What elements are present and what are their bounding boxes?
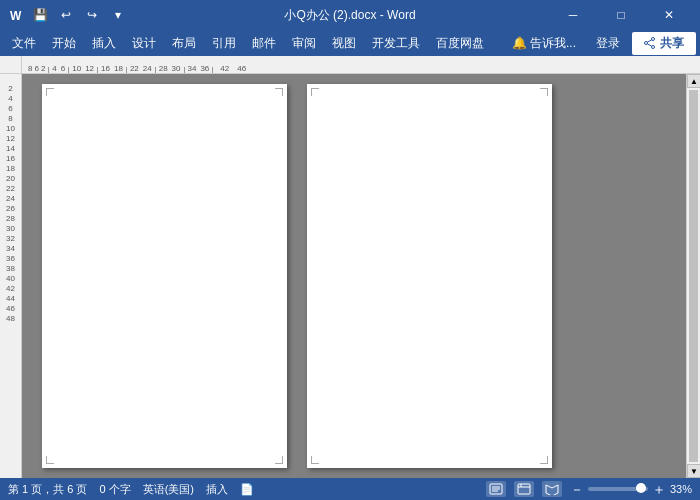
zoom-bar: － ＋ 33%	[570, 482, 692, 496]
menu-references[interactable]: 引用	[204, 32, 244, 55]
share-button[interactable]: 共享	[632, 32, 696, 55]
title-bar-left: W 💾 ↩ ↪ ▾	[8, 5, 128, 25]
tell-me[interactable]: 🔔 告诉我...	[504, 32, 584, 55]
vruler-mark: 32	[0, 234, 21, 244]
zoom-thumb	[636, 483, 646, 493]
horizontal-ruler: 8 6 2 4 6 10 12 16 18 22 24 28 30 34	[22, 56, 700, 74]
vruler-mark: 48	[0, 314, 21, 324]
menu-home[interactable]: 开始	[44, 32, 84, 55]
menu-mailings[interactable]: 邮件	[244, 32, 284, 55]
vertical-scrollbar[interactable]: ▲ ▼	[686, 74, 700, 478]
redo-btn[interactable]: ↪	[82, 5, 102, 25]
page-corner-tl	[46, 88, 54, 96]
vruler-mark: 36	[0, 254, 21, 264]
menu-file[interactable]: 文件	[4, 32, 44, 55]
vruler-mark: 12	[0, 134, 21, 144]
document-page-2	[307, 84, 552, 468]
scroll-down-arrow[interactable]: ▼	[687, 464, 700, 478]
page-corner-tr	[540, 88, 548, 96]
svg-text:W: W	[10, 9, 22, 23]
main-area: 2 4 6 8 10 12 14 16 18 20 22 24 26 28 30…	[0, 74, 700, 478]
page-corner-tl	[311, 88, 319, 96]
page-info: 第 1 页，共 6 页	[8, 482, 87, 497]
page-corner-bl	[46, 456, 54, 464]
vruler-mark: 30	[0, 224, 21, 234]
vruler-mark: 42	[0, 284, 21, 294]
vruler-mark: 44	[0, 294, 21, 304]
revision-icon: 📄	[240, 483, 254, 496]
menu-bar: 文件 开始 插入 设计 布局 引用 邮件 审阅 视图 开发工具 百度网盘 🔔 告…	[0, 30, 700, 56]
document-page-1	[42, 84, 287, 468]
vruler-mark: 24	[0, 194, 21, 204]
status-bar: 第 1 页，共 6 页 0 个字 英语(美国) 插入 📄 － ＋ 33%	[0, 478, 700, 500]
vruler-mark: 14	[0, 144, 21, 154]
vruler-mark: 26	[0, 204, 21, 214]
vruler-mark: 18	[0, 164, 21, 174]
svg-rect-11	[518, 484, 530, 494]
word-count: 0 个字	[99, 482, 130, 497]
svg-point-3	[652, 46, 655, 49]
read-mode-btn[interactable]	[542, 481, 562, 497]
title-bar-right: ─ □ ✕	[550, 0, 692, 30]
menu-design[interactable]: 设计	[124, 32, 164, 55]
undo-btn[interactable]: ↩	[56, 5, 76, 25]
scroll-thumb[interactable]	[689, 90, 698, 462]
menu-insert[interactable]: 插入	[84, 32, 124, 55]
vruler-mark: 6	[0, 104, 21, 114]
vertical-ruler: 2 4 6 8 10 12 14 16 18 20 22 24 26 28 30…	[0, 74, 22, 478]
vruler-mark: 4	[0, 94, 21, 104]
insert-mode: 插入	[206, 482, 228, 497]
menu-developer[interactable]: 开发工具	[364, 32, 428, 55]
page-corner-bl	[311, 456, 319, 464]
zoom-plus-btn[interactable]: ＋	[652, 482, 666, 496]
title-center: 小Q办公 (2).docx - Word	[284, 7, 415, 24]
language: 英语(美国)	[143, 482, 194, 497]
vruler-mark: 22	[0, 184, 21, 194]
page-corner-br	[540, 456, 548, 464]
page-corner-tr	[275, 88, 283, 96]
svg-point-2	[652, 38, 655, 41]
ruler-h-inner: 8 6 2 4 6 10 12 16 18 22 24 28 30 34	[22, 56, 700, 73]
canvas-area[interactable]	[22, 74, 686, 478]
menu-right: 🔔 告诉我... 登录 共享	[504, 32, 696, 55]
ruler-container: 8 6 2 4 6 10 12 16 18 22 24 28 30 34	[0, 56, 700, 74]
menu-review[interactable]: 审阅	[284, 32, 324, 55]
minimize-button[interactable]: ─	[550, 0, 596, 30]
vruler-mark: 38	[0, 264, 21, 274]
vruler-mark: 20	[0, 174, 21, 184]
zoom-minus-btn[interactable]: －	[570, 482, 584, 496]
vruler-mark: 10	[0, 124, 21, 134]
menu-baiduyun[interactable]: 百度网盘	[428, 32, 492, 55]
zoom-track[interactable]	[588, 487, 648, 491]
zoom-percent: 33%	[670, 483, 692, 495]
menu-layout[interactable]: 布局	[164, 32, 204, 55]
web-layout-btn[interactable]	[514, 481, 534, 497]
save-btn[interactable]: 💾	[30, 5, 50, 25]
share-label: 共享	[660, 35, 684, 52]
page-corner-br	[275, 456, 283, 464]
scroll-up-arrow[interactable]: ▲	[687, 74, 700, 88]
vruler-mark: 2	[0, 84, 21, 94]
vruler-mark: 34	[0, 244, 21, 254]
vruler-mark: 28	[0, 214, 21, 224]
quick-access-dropdown[interactable]: ▾	[108, 5, 128, 25]
print-layout-btn[interactable]	[486, 481, 506, 497]
vruler-mark: 16	[0, 154, 21, 164]
vruler-mark: 46	[0, 304, 21, 314]
restore-button[interactable]: □	[598, 0, 644, 30]
word-icon: W	[8, 7, 24, 23]
title-bar: W 💾 ↩ ↪ ▾ 小Q办公 (2).docx - Word ─ □ ✕	[0, 0, 700, 30]
menu-view[interactable]: 视图	[324, 32, 364, 55]
svg-point-4	[645, 42, 648, 45]
vruler-mark: 40	[0, 274, 21, 284]
close-button[interactable]: ✕	[646, 0, 692, 30]
vruler-mark: 8	[0, 114, 21, 124]
svg-line-5	[647, 40, 651, 42]
svg-line-6	[647, 44, 651, 46]
status-right: － ＋ 33%	[486, 481, 692, 497]
ruler-corner	[0, 56, 22, 74]
login-btn[interactable]: 登录	[588, 32, 628, 55]
